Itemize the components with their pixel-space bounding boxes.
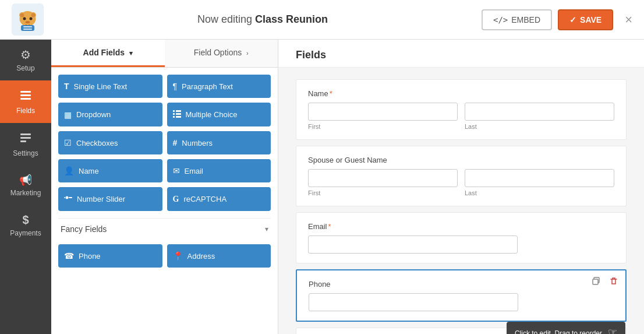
field-btn-address[interactable]: 📍 Address [167,244,271,268]
text-icon: T [64,82,69,91]
name-last-col: Last [465,103,614,130]
address-icon: 📍 [173,251,183,261]
field-btn-checkboxes[interactable]: ☑ Checkboxes [58,131,162,154]
name-first-input[interactable] [308,103,458,121]
fancy-fields-section-header[interactable]: Fancy Fields ▾ [58,218,271,240]
field-btn-recaptcha[interactable]: G reCAPTCHA [167,187,271,211]
sidebar-item-label: Fields [16,107,35,115]
hash-icon: # [173,138,178,147]
sidebar-item-fields[interactable]: Fields [0,80,51,123]
field-btn-paragraph-text[interactable]: ¶ Paragraph Text [167,75,271,98]
sidebar-item-label: Setup [16,64,34,72]
name-first-col: First [308,103,458,130]
field-btn-dropdown[interactable]: ▦ Dropdown [58,103,162,126]
embed-icon: </> [493,15,508,24]
first-sublabel: First [308,123,458,130]
save-button[interactable]: ✓ SAVE [558,9,613,30]
svg-point-25 [65,196,69,199]
field-btn-numbers[interactable]: # Numbers [167,131,271,154]
svg-point-7 [30,17,33,20]
tab-add-fields[interactable]: Add Fields ▾ [51,40,165,67]
list-icon [173,110,181,119]
form-body: Name* First Last Spouse or Guest Name [278,68,644,334]
tooltip: Click to edit. Drag to reorder. ☞ [507,322,625,334]
field-label-spouse: Spouse or Guest Name [308,156,614,164]
svg-rect-18 [173,110,175,112]
paragraph-icon: ¶ [173,82,178,91]
logo-icon [12,3,44,36]
duplicate-button[interactable] [589,275,603,289]
required-indicator: * [328,222,331,231]
field-btn-number-slider[interactable]: Number Slider [58,187,162,211]
name-last-input[interactable] [465,103,614,121]
sidebar-item-label: Payments [10,229,41,237]
svg-point-5 [31,13,36,17]
spouse-first-col: First [308,169,458,196]
topbar: Now editing Class Reunion </> EMBED ✓ SA… [0,0,644,40]
email-icon: ✉ [173,166,180,175]
fields-grid: T Single Line Text ¶ Paragraph Text ▦ Dr… [58,75,271,211]
svg-rect-19 [176,110,181,112]
last-sublabel: Last [465,123,614,130]
spouse-last-col: Last [465,169,614,196]
cursor-icon: ☞ [608,326,617,334]
sidebar-item-marketing[interactable]: 📢 Marketing [0,166,51,205]
fields-panel: Add Fields ▾ Field Options › T Single Li… [51,40,278,334]
sidebar-item-setup[interactable]: ⚙ Setup [0,40,51,80]
field-action-bar [589,275,621,289]
logo [12,3,44,36]
main-layout: ⚙ Setup Fields Settings 📢 Marketing $ Pa… [0,40,644,334]
svg-rect-17 [20,140,26,142]
spouse-last-sublabel: Last [465,189,614,196]
gear-icon: ⚙ [20,48,31,62]
form-field-phone[interactable]: Phone Click to edit. Drag to reorder. ☞ [296,269,627,322]
settings-icon [19,131,32,147]
megaphone-icon: 📢 [19,174,32,187]
svg-point-6 [23,17,26,20]
svg-rect-27 [593,279,598,284]
chevron-right-icon: › [246,50,249,57]
svg-rect-23 [176,116,181,118]
svg-rect-20 [173,113,175,115]
svg-rect-14 [20,98,31,100]
dollar-icon: $ [22,213,29,227]
form-preview: Fields Name* First Last [278,40,644,334]
fields-scroll[interactable]: T Single Line Text ¶ Paragraph Text ▦ Dr… [51,68,278,334]
delete-button[interactable] [607,275,621,289]
spouse-first-sublabel: First [308,189,458,196]
embed-button[interactable]: </> EMBED [482,9,552,30]
field-btn-name[interactable]: 👤 Name [58,159,162,182]
svg-rect-11 [23,29,32,30]
spouse-last-input[interactable] [465,169,614,187]
chevron-down-icon: ▾ [129,50,133,57]
slider-icon [64,194,72,204]
field-btn-phone[interactable]: ☎ Phone [58,244,162,268]
svg-rect-16 [20,137,31,139]
page-title: Now editing Class Reunion [44,13,482,26]
svg-point-8 [26,21,30,23]
dropdown-icon: ▦ [64,110,72,119]
svg-rect-21 [176,113,181,115]
field-btn-email[interactable]: ✉ Email [167,159,271,182]
tab-field-options[interactable]: Field Options › [165,40,278,67]
phone-input[interactable] [309,293,518,311]
svg-rect-12 [20,91,31,93]
form-field-name[interactable]: Name* First Last [296,79,627,140]
side-navigation: ⚙ Setup Fields Settings 📢 Marketing $ Pa… [0,40,51,334]
form-title: Fields [278,40,644,68]
field-btn-single-line-text[interactable]: T Single Line Text [58,75,162,98]
chevron-down-icon: ▾ [265,225,268,233]
fancy-fields-grid: ☎ Phone 📍 Address [58,244,271,268]
person-icon: 👤 [64,166,74,175]
sidebar-item-payments[interactable]: $ Payments [0,205,51,245]
email-input[interactable] [308,235,518,254]
field-btn-multiple-choice[interactable]: Multiple Choice [167,103,271,126]
spouse-first-input[interactable] [308,169,458,187]
close-button[interactable]: × [625,12,632,27]
form-field-spouse[interactable]: Spouse or Guest Name First Last [296,146,627,206]
checkbox-icon: ☑ [64,138,72,147]
sidebar-item-label: Marketing [10,189,41,197]
form-field-email[interactable]: Email* [296,212,627,263]
sidebar-item-settings[interactable]: Settings [0,123,51,166]
field-label-name: Name* [308,89,614,98]
